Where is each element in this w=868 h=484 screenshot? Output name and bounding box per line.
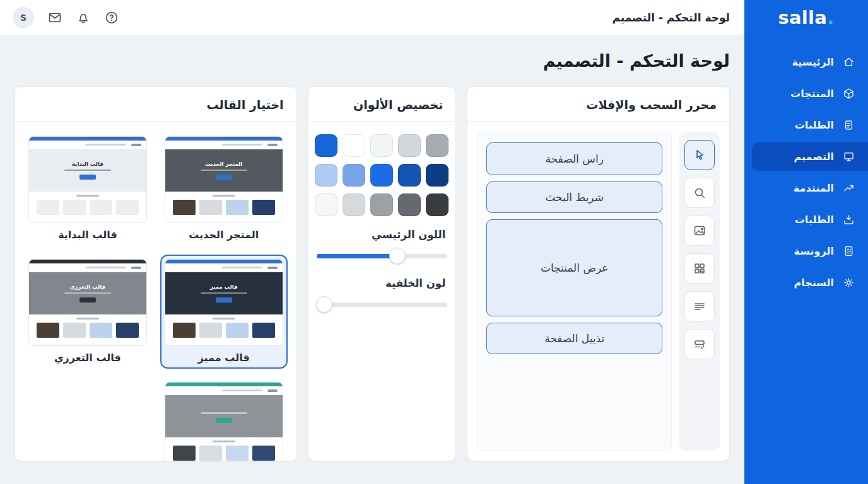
sidebar-item-sinjam[interactable]: السنجام [752,268,868,297]
sidebar-item-rawnasa[interactable]: الرونسة [752,237,868,265]
color-swatch[interactable] [398,134,421,157]
color-swatch[interactable] [343,193,365,216]
sidebar-item-design[interactable]: التصميم [752,142,868,171]
block-search-bar[interactable]: شريط البحث [486,182,662,213]
sidebar-nav: الرئيسية المنتجات الطلبات التصميم المنتد… [744,35,868,297]
color-swatch[interactable] [398,193,421,216]
mini-cta-button [216,297,232,302]
mini-products-section [165,314,283,345]
image-tool-button[interactable] [684,216,715,246]
mini-cta-button [79,297,96,302]
sidebar-item-label: المنتجات [790,88,834,100]
mini-product [90,323,112,338]
color-swatch[interactable] [315,134,337,157]
cursor-icon [692,147,707,163]
mini-product [173,323,196,338]
mini-nav-links [222,144,262,146]
editor-card-title: محرر السحب والإفلات [467,87,729,122]
editor-body: راس الصفحة شريط البحث عرض المنتجات تذييل… [467,122,729,461]
bell-icon[interactable] [76,10,91,25]
grid-icon [692,261,707,276]
mini-product [90,200,112,215]
color-swatch[interactable] [426,193,449,216]
design-monitor-icon [842,150,855,163]
mini-products-row [37,323,139,338]
color-swatch[interactable] [426,164,449,187]
template-option-taarzi[interactable]: قالب التعرزي [24,255,151,369]
brand-dot: . [827,7,834,28]
text-tool-button[interactable] [684,291,715,321]
grid-tool-button[interactable] [684,253,715,284]
mini-navbar [165,263,283,272]
template-option-modern-store[interactable]: المتجر الحديث [160,132,288,246]
block-page-footer[interactable]: تذييل الصفحة [486,323,662,354]
sidebar-item-products[interactable]: المنتجات [752,79,868,108]
cards-row: محرر السحب والإفلات [15,86,730,461]
footer-tool-button[interactable] [684,329,715,359]
mini-hero: المتجر الحديث [165,149,283,192]
mini-hero-subtitle [64,170,111,171]
mini-product [37,323,59,338]
topbar-title: لوحة التحكم - التصميم [612,11,730,24]
color-swatch-grid [317,134,448,216]
color-swatch[interactable] [370,134,393,157]
sidebar-item-label: السنجام [794,277,834,289]
page-content: لوحة التحكم - التصميم محرر السحب والإفلا… [0,35,744,484]
mini-products-section [165,192,283,222]
mini-navbar [29,263,146,272]
mail-icon[interactable] [47,10,62,25]
sidebar-item-home[interactable]: الرئيسية [752,48,868,76]
mini-product [173,446,196,461]
mini-hero-title: المتجر الحديث [205,161,242,167]
slider-track[interactable] [317,302,448,307]
mini-hero-subtitle [64,292,111,294]
sidebar-item-label: الطلبات [795,214,834,226]
slider-thumb[interactable] [389,248,406,264]
page-title: لوحة التحكم - التصميم [15,51,730,71]
template-option-starter[interactable]: قالب البداية [24,132,151,246]
mini-section-heading [76,318,99,320]
color-swatch[interactable] [315,164,337,187]
color-swatch[interactable] [426,134,449,157]
text-lines-icon [692,299,707,314]
color-swatch[interactable] [315,193,337,216]
mini-hero-subtitle [201,170,247,171]
mini-products-section [165,437,283,461]
sidebar-item-label: المنتدمة [794,182,834,194]
block-products-display[interactable]: عرض المنتجات [486,219,662,316]
sidebar-item-label: التصميم [794,151,834,163]
color-swatch[interactable] [343,134,365,157]
sidebar-item-orders[interactable]: الطلبات [752,111,868,139]
color-swatch[interactable] [370,164,393,187]
mini-hero-title: قالب مميز [210,284,238,290]
mini-products-section [29,192,146,222]
color-swatch[interactable] [398,164,421,187]
color-swatch[interactable] [343,164,365,187]
mini-product [226,323,249,338]
mini-product [173,200,196,215]
block-page-header[interactable]: راس الصفحة [486,142,662,175]
sidebar-item-label: الرئيسية [792,56,835,68]
help-icon[interactable] [104,10,119,25]
mini-cta-button [216,418,232,423]
main-color-slider[interactable] [317,247,448,265]
cursor-tool-button[interactable] [684,140,715,170]
color-swatch[interactable] [370,193,393,216]
slider-fill [317,254,398,258]
template-grid: قالب البداية [24,132,288,461]
mini-nav-links [222,267,262,268]
slider-thumb[interactable] [316,296,332,313]
brand-logo: salla. [744,0,868,35]
search-tool-button[interactable] [684,178,715,208]
background-color-slider[interactable] [317,296,448,313]
sidebar-item-muntadima[interactable]: المنتدمة [752,174,868,202]
mini-logo [131,267,141,269]
sidebar-item-orders-2[interactable]: الطلبات [752,205,868,234]
templates-card-title: اختيار القالب [15,87,296,122]
avatar[interactable]: S [13,7,34,28]
template-option-premium-selected[interactable]: قالب مميز [160,255,288,369]
download-tray-icon [842,213,855,226]
editor-canvas: راس الصفحة شريط البحث عرض المنتجات تذييل… [477,132,672,451]
mini-hero-subtitle [201,412,247,414]
template-option-teal[interactable] [160,377,288,461]
